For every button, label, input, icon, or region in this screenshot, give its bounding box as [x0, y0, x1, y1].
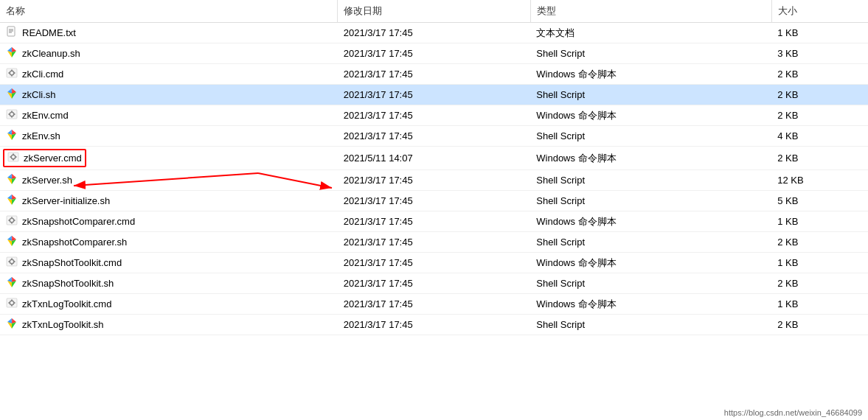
- table-row[interactable]: zkServer.sh2021/3/17 17:45Shell Script12…: [0, 170, 868, 191]
- file-name: zkSnapShotToolkit.cmd: [22, 257, 122, 268]
- table-row[interactable]: zkCli.sh2021/3/17 17:45Shell Script2 KB: [0, 85, 868, 105]
- column-header-name[interactable]: 名称: [0, 0, 338, 23]
- svg-rect-94: [14, 302, 15, 304]
- file-date: 2021/3/17 17:45: [338, 43, 531, 64]
- table-row[interactable]: zkSnapshotComparer.sh2021/3/17 17:45Shel…: [0, 232, 868, 253]
- file-type: Shell Script: [530, 170, 771, 191]
- table-row[interactable]: zkServer.cmd2021/5/11 14:07Windows 命令脚本2…: [0, 147, 868, 170]
- cmd-icon: [6, 214, 18, 228]
- sh-icon: [6, 235, 18, 249]
- file-size: 2 KB: [771, 64, 868, 85]
- svg-rect-92: [11, 305, 13, 307]
- file-name: zkEnv.cmd: [22, 110, 69, 121]
- file-type: Windows 命令脚本: [530, 253, 771, 273]
- table-row[interactable]: zkTxnLogToolkit.sh2021/3/17 17:45Shell S…: [0, 315, 868, 335]
- table-row[interactable]: zkSnapShotToolkit.sh2021/3/17 17:45Shell…: [0, 273, 868, 294]
- file-type: Windows 命令脚本: [530, 211, 771, 232]
- svg-rect-45: [15, 156, 17, 158]
- file-date: 2021/3/17 17:45: [338, 191, 531, 211]
- svg-point-76: [10, 260, 13, 263]
- sh-icon: [6, 276, 18, 290]
- file-name: zkCli.cmd: [22, 69, 63, 80]
- svg-rect-43: [13, 159, 14, 161]
- sh-icon: [6, 129, 18, 143]
- svg-rect-14: [11, 70, 13, 71]
- column-header-size[interactable]: 大小: [771, 0, 868, 23]
- svg-rect-16: [9, 72, 10, 74]
- file-date: 2021/3/17 17:45: [338, 64, 531, 85]
- column-header-type[interactable]: 类型: [530, 0, 771, 23]
- file-type: Windows 命令脚本: [530, 147, 771, 170]
- file-date: 2021/3/17 17:45: [338, 253, 531, 273]
- file-size: 2 KB: [771, 105, 868, 126]
- file-size: 1 KB: [771, 253, 868, 273]
- svg-point-90: [10, 301, 13, 304]
- file-size: 5 KB: [771, 191, 868, 211]
- cmd-icon: [7, 151, 19, 165]
- file-date: 2021/3/17 17:45: [338, 85, 531, 105]
- table-row[interactable]: zkEnv.sh2021/3/17 17:45Shell Script4 KB: [0, 126, 868, 147]
- cmd-icon: [6, 297, 18, 311]
- svg-point-41: [12, 155, 15, 158]
- svg-point-13: [10, 71, 13, 74]
- table-row[interactable]: zkCli.cmd2021/3/17 17:45Windows 命令脚本2 KB: [0, 64, 868, 85]
- file-name: zkSnapshotComparer.cmd: [22, 216, 135, 227]
- svg-rect-15: [11, 75, 13, 77]
- file-type: Shell Script: [530, 191, 771, 211]
- svg-rect-66: [14, 220, 15, 221]
- file-size: 1 KB: [771, 211, 868, 232]
- sh-icon: [6, 194, 18, 208]
- file-date: 2021/3/17 17:45: [338, 211, 531, 232]
- file-type: Shell Script: [530, 273, 771, 294]
- file-name: zkServer-initialize.sh: [22, 195, 110, 206]
- table-row[interactable]: zkEnv.cmd2021/3/17 17:45Windows 命令脚本2 KB: [0, 105, 868, 126]
- svg-rect-44: [10, 156, 12, 158]
- svg-rect-17: [14, 72, 15, 74]
- file-date: 2021/3/17 17:45: [338, 294, 531, 315]
- file-date: 2021/3/17 17:45: [338, 126, 531, 147]
- file-date: 2021/3/17 17:45: [338, 315, 531, 335]
- svg-rect-79: [9, 261, 10, 262]
- file-size: 2 KB: [771, 85, 868, 105]
- svg-rect-28: [11, 111, 13, 113]
- file-size: 2 KB: [771, 315, 868, 335]
- table-row[interactable]: zkSnapShotToolkit.cmd2021/3/17 17:45Wind…: [0, 253, 868, 273]
- file-name: README.txt: [22, 27, 76, 38]
- table-row[interactable]: zkTxnLogToolkit.cmd2021/3/17 17:45Window…: [0, 294, 868, 315]
- file-name: zkCli.sh: [22, 89, 56, 100]
- file-name: zkSnapShotToolkit.sh: [22, 278, 114, 289]
- svg-rect-29: [11, 116, 13, 118]
- cmd-icon: [6, 108, 18, 122]
- file-size: 4 KB: [771, 126, 868, 147]
- table-row[interactable]: zkCleanup.sh2021/3/17 17:45Shell Script3…: [0, 43, 868, 64]
- file-type: Windows 命令脚本: [530, 64, 771, 85]
- column-header-date[interactable]: 修改日期: [338, 0, 531, 23]
- sh-icon: [6, 173, 18, 187]
- file-name: zkServer.sh: [22, 175, 72, 186]
- svg-point-62: [10, 219, 13, 222]
- file-type: Shell Script: [530, 43, 771, 64]
- svg-rect-30: [9, 113, 10, 115]
- file-name: zkTxnLogToolkit.cmd: [22, 298, 111, 309]
- svg-rect-63: [11, 217, 13, 219]
- table-row[interactable]: zkServer-initialize.sh2021/3/17 17:45She…: [0, 191, 868, 211]
- file-name: zkTxnLogToolkit.sh: [22, 319, 104, 330]
- svg-rect-65: [9, 220, 10, 221]
- watermark: https://blog.csdn.net/weixin_46684099: [724, 408, 862, 417]
- file-type: Shell Script: [530, 126, 771, 147]
- file-size: 2 KB: [771, 232, 868, 253]
- table-row[interactable]: zkSnapshotComparer.cmd2021/3/17 17:45Win…: [0, 211, 868, 232]
- file-name: zkCleanup.sh: [22, 48, 80, 59]
- file-type: 文本文档: [530, 23, 771, 43]
- svg-rect-93: [9, 302, 10, 304]
- file-name: zkServer.cmd: [24, 153, 82, 164]
- sh-icon: [6, 88, 18, 102]
- table-row[interactable]: README.txt2021/3/17 17:45文本文档1 KB: [0, 23, 868, 43]
- svg-rect-42: [13, 154, 14, 155]
- sh-icon: [6, 318, 18, 332]
- file-type: Shell Script: [530, 85, 771, 105]
- file-date: 2021/3/17 17:45: [338, 232, 531, 253]
- svg-point-27: [10, 113, 13, 116]
- svg-rect-64: [11, 223, 13, 224]
- file-date: 2021/3/17 17:45: [338, 273, 531, 294]
